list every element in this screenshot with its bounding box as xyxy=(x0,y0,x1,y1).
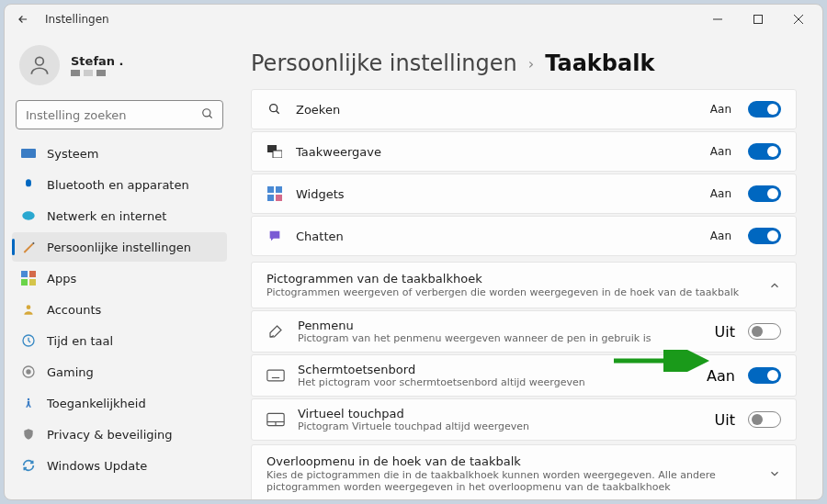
svg-rect-23 xyxy=(267,370,284,381)
svg-rect-19 xyxy=(267,186,274,193)
svg-point-3 xyxy=(203,109,210,117)
section-subtitle: Pictogrammen weergeven of verbergen die … xyxy=(266,286,755,298)
sidebar-item-label: Privacy & beveiliging xyxy=(47,428,173,442)
touchpad-icon xyxy=(266,412,285,427)
corner-item-row: Penmenu Pictogram van het penmenu weerge… xyxy=(251,310,797,353)
svg-point-10 xyxy=(27,305,31,309)
chevron-right-icon: › xyxy=(528,55,534,73)
svg-point-15 xyxy=(270,105,278,112)
row-label: Widgets xyxy=(296,187,345,201)
chat-icon xyxy=(266,228,283,244)
sidebar-item-label: Toegankelijkheid xyxy=(47,397,146,410)
nav-icon xyxy=(21,240,36,254)
sidebar-item-0[interactable]: Systeem xyxy=(12,139,227,168)
user-subtitle xyxy=(71,70,124,76)
sidebar-item-5[interactable]: Accounts xyxy=(12,295,227,324)
sidebar-item-1[interactable]: Bluetooth en apparaten xyxy=(12,170,227,199)
nav-icon xyxy=(21,146,36,161)
svg-point-2 xyxy=(36,57,44,65)
corner-item-row: Schermtoetsenbord Het pictogram voor sch… xyxy=(251,354,797,397)
nav-icon xyxy=(21,458,36,473)
sidebar-item-9[interactable]: Privacy & beveiliging xyxy=(12,420,227,449)
back-button[interactable] xyxy=(8,5,38,34)
breadcrumb: Persoonlijke instellingen › Taakbalk xyxy=(251,50,797,76)
svg-rect-9 xyxy=(29,279,36,286)
settings-window: Instellingen Stefan . xyxy=(4,4,823,500)
corner-icons-section-header[interactable]: Pictogrammen van de taakbalkhoek Pictogr… xyxy=(251,262,797,308)
row-subtitle: Het pictogram voor schermtoetsenbord alt… xyxy=(298,376,694,388)
svg-rect-18 xyxy=(273,151,282,158)
toggle-state-label: Uit xyxy=(715,323,735,341)
section-subtitle: Kies de pictogrammen die in de taakbalkh… xyxy=(266,469,755,493)
sidebar-item-10[interactable]: Windows Update xyxy=(12,451,227,480)
maximize-button[interactable] xyxy=(738,5,778,34)
user-account-row[interactable]: Stefan . xyxy=(12,34,227,100)
section-title: Overloopmenu in de hoek van de taakbalk xyxy=(266,454,755,468)
toggle-state-label: Uit xyxy=(715,411,735,429)
nav-icon xyxy=(21,396,36,410)
row-label: Taakweergave xyxy=(296,145,381,159)
breadcrumb-parent[interactable]: Persoonlijke instellingen xyxy=(251,50,517,76)
row-label: Zoeken xyxy=(296,103,340,117)
svg-rect-7 xyxy=(29,271,36,277)
svg-rect-20 xyxy=(276,186,282,193)
toggle-switch[interactable] xyxy=(748,185,781,202)
avatar xyxy=(19,45,60,85)
row-title: Virtueel touchpad xyxy=(298,407,702,420)
window-controls xyxy=(697,5,819,34)
toggle-switch[interactable] xyxy=(748,411,781,428)
search-icon xyxy=(266,101,283,118)
taskbar-item-row: Widgets Aan xyxy=(251,174,797,214)
svg-point-14 xyxy=(28,398,29,400)
svg-rect-8 xyxy=(21,279,28,286)
row-subtitle: Pictogram van het penmenu weergeven wann… xyxy=(298,332,702,344)
taskbar-items-group: Zoeken Aan Taakweergave Aan Widgets Aan … xyxy=(251,89,797,256)
toggle-switch[interactable] xyxy=(748,367,781,384)
sidebar-item-label: Apps xyxy=(47,272,76,286)
nav-icon xyxy=(21,177,36,192)
sidebar-item-label: Bluetooth en apparaten xyxy=(47,178,189,192)
search-container xyxy=(16,100,223,129)
sidebar-item-3[interactable]: Persoonlijke instellingen xyxy=(12,232,227,262)
svg-point-13 xyxy=(27,370,30,374)
chevron-up-icon xyxy=(768,279,781,292)
taskview-icon xyxy=(266,143,283,160)
nav-icon xyxy=(21,364,36,379)
toggle-switch[interactable] xyxy=(748,143,781,160)
svg-line-16 xyxy=(277,111,279,114)
sidebar-item-label: Systeem xyxy=(47,147,98,161)
sidebar: Stefan . SysteemBluetooth en apparatenNe… xyxy=(5,34,234,499)
minimize-icon xyxy=(713,15,722,24)
svg-line-4 xyxy=(210,116,212,118)
row-title: Schermtoetsenbord xyxy=(298,363,694,376)
toggle-switch[interactable] xyxy=(748,228,781,244)
sidebar-item-2[interactable]: Netwerk en internet xyxy=(12,201,227,230)
toggle-switch[interactable] xyxy=(748,101,781,118)
app-title: Instellingen xyxy=(45,13,109,26)
search-input[interactable] xyxy=(16,100,223,129)
nav-icon xyxy=(21,427,36,442)
sidebar-item-7[interactable]: Gaming xyxy=(12,357,227,386)
toggle-state-label: Aan xyxy=(710,103,731,116)
overflow-section-header[interactable]: Overloopmenu in de hoek van de taakbalk … xyxy=(251,444,797,499)
arrow-left-icon xyxy=(17,13,29,26)
user-name: Stefan . xyxy=(71,54,124,68)
nav-icon xyxy=(21,333,36,348)
sidebar-item-label: Netwerk en internet xyxy=(47,209,166,223)
corner-items-group: Penmenu Pictogram van het penmenu weerge… xyxy=(251,310,797,441)
toggle-state-label: Aan xyxy=(710,230,731,242)
toggle-switch[interactable] xyxy=(748,323,781,340)
taskbar-item-row: Chatten Aan xyxy=(251,216,797,256)
sidebar-item-8[interactable]: Toegankelijkheid xyxy=(12,388,227,418)
person-icon xyxy=(28,53,51,77)
search-icon xyxy=(201,107,214,120)
sidebar-item-4[interactable]: Apps xyxy=(12,263,227,293)
chevron-down-icon xyxy=(768,467,781,480)
sidebar-item-6[interactable]: Tijd en taal xyxy=(12,326,227,355)
minimize-button[interactable] xyxy=(697,5,738,34)
taskbar-item-row: Taakweergave Aan xyxy=(251,131,797,172)
close-button[interactable] xyxy=(778,5,819,34)
row-title: Penmenu xyxy=(298,319,702,332)
section-title: Pictogrammen van de taakbalkhoek xyxy=(266,272,755,286)
toggle-state-label: Aan xyxy=(710,145,731,158)
